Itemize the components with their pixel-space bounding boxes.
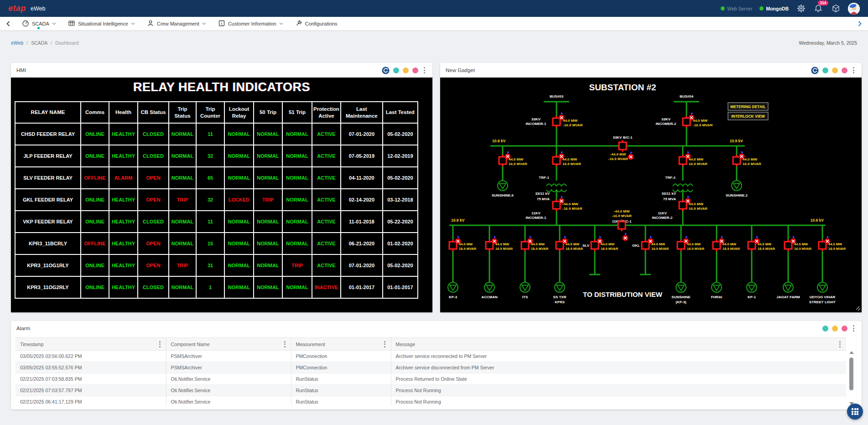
nav-item-label: Crew Management — [157, 21, 199, 26]
column-menu-kebab[interactable] — [837, 340, 842, 348]
alarm-row[interactable]: 02/21/2025 07:03:58.835 PMOti.Notifier.S… — [16, 373, 846, 385]
panel-dot-yellow[interactable] — [832, 67, 838, 73]
panel-dot-pink[interactable] — [842, 326, 847, 332]
relay-status-cell: OPEN — [138, 233, 169, 254]
diagram-label: INCOMER-2 — [652, 216, 673, 220]
column-menu-kebab[interactable] — [157, 340, 162, 348]
relay-status-cell: ACTIVE — [312, 123, 341, 145]
relay-row: CHSD FEEDER RELAYONLINEHEALTHYCLOSEDNORM… — [15, 123, 418, 145]
diagram-label: 16.9 MVAR — [687, 247, 705, 251]
alarm-col-header[interactable]: Measurement — [291, 338, 391, 351]
breadcrumb-scada[interactable]: SCADA — [31, 40, 47, 46]
relay-status-cell: NORMAL — [282, 211, 312, 233]
relay-col-header: Protection Active — [312, 102, 341, 123]
panel-menu-kebab[interactable] — [851, 66, 856, 74]
back-chevron-icon[interactable] — [6, 21, 10, 26]
diagram-label: 16.9 MVAR — [495, 247, 513, 251]
alarm-cell: Oti.Notifier.Service — [166, 385, 291, 396]
nav-item-scada[interactable]: SCADA — [22, 17, 56, 30]
scrollbar-thumb[interactable] — [849, 358, 853, 390]
diagram-label: 16.9 MVAR — [722, 247, 740, 251]
relay-status-cell: NORMAL — [169, 276, 196, 298]
panel-dot-teal[interactable] — [822, 326, 828, 332]
relay-name-cell: KPR3_11OG1RLY — [15, 254, 81, 276]
relay-status-cell: NORMAL — [169, 167, 196, 189]
metering-detail-button[interactable]: METERING DETAIL — [728, 103, 768, 110]
breadcrumb-eweb[interactable]: eWeb — [11, 40, 23, 46]
settings-gear-icon[interactable] — [796, 4, 806, 14]
breaker-33kv-bc-1[interactable] — [619, 140, 626, 152]
alarm-row[interactable]: 02/21/2025 06:41:17.129 PMOti.Notifier.S… — [16, 396, 846, 406]
notifications-bell-icon[interactable]: 114 — [813, 4, 823, 14]
apps-cube-icon[interactable] — [831, 4, 841, 14]
alarm-row[interactable]: 02/21/2025 07:03:57.797 PMOti.Notifier.S… — [16, 385, 846, 396]
forward-chevron-icon[interactable] — [858, 21, 862, 26]
nav-item-situational-intelligence[interactable]: Situational Intelligence — [68, 17, 135, 30]
diagram-label: 16.9 MVAR — [566, 247, 583, 251]
diagram-label: 16.9 MVAR — [689, 162, 707, 166]
nav-item-crew-management[interactable]: Crew Management — [147, 17, 206, 30]
chevron-down-icon — [131, 22, 135, 25]
relay-status-cell: 12-02-2019 — [383, 145, 418, 167]
relay-status-cell: 03-12-2018 — [383, 189, 418, 211]
alarm-col-header[interactable]: Message — [391, 338, 846, 351]
panel-dot-pink[interactable] — [412, 67, 418, 73]
relay-status-cell: 1 — [196, 276, 224, 298]
panel-dot-teal[interactable] — [822, 67, 828, 73]
column-menu-kebab[interactable] — [382, 340, 387, 348]
alarm-scrollbar[interactable] — [849, 351, 854, 405]
panel-dot-yellow[interactable] — [832, 326, 838, 332]
relay-col-header: Trip Counter — [196, 102, 224, 123]
wrench-icon — [295, 20, 302, 28]
panel-dot-teal[interactable] — [393, 67, 399, 73]
refresh-button[interactable] — [811, 67, 819, 74]
diagram-label: 16.9 MVAR — [531, 247, 549, 251]
alarm-col-header[interactable]: Component Name — [166, 338, 291, 351]
nav-item-customer-information[interactable]: Customer Information — [218, 17, 283, 30]
relay-row: GKL FEEDER RELAYONLINEHEALTHYOPENTRIP32L… — [15, 189, 418, 211]
scroll-up-arrow[interactable] — [849, 351, 854, 354]
panel-menu-kebab[interactable] — [422, 66, 427, 74]
web-server-status-dot — [721, 6, 725, 10]
svg-text:INTERLOCK VIEW: INTERLOCK VIEW — [731, 114, 765, 119]
alarm-row[interactable]: 03/05/2025 03:56:00.622 PMPSMSArchiverPM… — [16, 351, 846, 362]
nav-item-configurations[interactable]: Configurations — [295, 17, 338, 30]
grid-icon — [852, 408, 858, 415]
alarm-row[interactable]: 03/05/2025 03:55:52.576 PMPSMSArchiverPM… — [16, 362, 846, 373]
refresh-button[interactable] — [382, 67, 390, 74]
relay-status-cell: HEALTHY — [109, 233, 138, 254]
alarm-cell: Oti.Notifier.Service — [166, 396, 291, 406]
relay-status-cell: NORMAL — [254, 145, 282, 167]
alarm-cell: PMConnection — [291, 351, 391, 362]
relay-row: JLP FEEDER RELAYONLINEHEALTHYCLOSEDNORMA… — [15, 145, 418, 167]
diagram-label: -16.9 MVAR — [608, 157, 628, 161]
diagram-label: 16.9 MVAR — [601, 247, 619, 251]
diagram-label: 44.0 MW — [651, 242, 665, 246]
diagram-label: 44.0 MW — [794, 242, 808, 246]
relay-name-cell: KPR3_11BCRLY — [15, 233, 81, 254]
diagram-label: 44.0 MW — [828, 242, 842, 246]
relay-status-cell: TRIP — [169, 254, 196, 276]
diagram-label: 44.0 MW — [531, 242, 545, 246]
panel-dot-pink[interactable] — [842, 67, 847, 73]
web-server-status: Web Server — [721, 6, 752, 11]
relay-status-cell: 65 — [196, 167, 224, 189]
panel-menu-kebab[interactable] — [851, 324, 856, 332]
relay-name-cell: CHSD FEEDER RELAY — [15, 123, 81, 145]
alarm-col-header[interactable]: Timestamp — [16, 338, 166, 351]
diagram-label: -16.9 MVAR — [693, 123, 713, 127]
relay-status-cell: 01-01-2017 — [341, 276, 383, 298]
interlock-view-button[interactable]: INTERLOCK VIEW — [728, 112, 768, 120]
column-menu-kebab[interactable] — [282, 340, 287, 348]
diagram-label: 10.9 kV — [492, 139, 506, 143]
relay-status-cell: NORMAL — [224, 276, 254, 298]
relay-status-cell: ACTIVE — [312, 233, 341, 254]
user-avatar[interactable] — [848, 3, 860, 15]
diagram-label: 44.0 MW — [722, 242, 737, 246]
relay-status-cell: CLOSED — [138, 123, 169, 145]
diagram-label: GKL — [632, 244, 640, 248]
breaker-11kv-bc-1[interactable] — [618, 219, 625, 231]
panel-dot-yellow[interactable] — [403, 67, 409, 73]
relay-status-cell: NORMAL — [169, 145, 196, 167]
grid-apps-fab-button[interactable] — [847, 404, 863, 420]
